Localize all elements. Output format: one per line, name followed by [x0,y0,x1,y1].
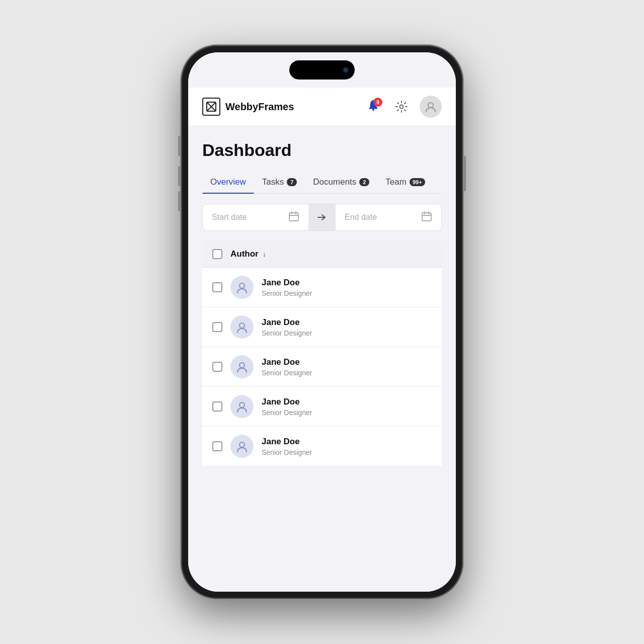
tab-overview-label: Overview [210,177,246,187]
start-date-field[interactable]: Start date [203,204,308,230]
author-table: Author ↓ [202,241,442,466]
front-camera [343,67,349,73]
user-avatar-5 [230,435,254,458]
user-info-1: Jane Doe Senior Designer [262,278,312,297]
table-row[interactable]: Jane Doe Senior Designer [202,427,442,466]
main-content: Dashboard Overview Tasks 7 Documents 2 [188,126,456,466]
user-role-3: Senior Designer [262,369,312,377]
user-info-2: Jane Doe Senior Designer [262,317,312,337]
date-range-separator [308,204,336,230]
logo: WebbyFrames [202,98,294,116]
row-checkbox-4[interactable] [212,401,222,412]
user-avatar-4 [230,395,254,418]
user-name-4: Jane Doe [262,397,312,407]
row-checkbox-3[interactable] [212,362,222,372]
user-info-4: Jane Doe Senior Designer [262,397,312,417]
tab-team-badge: 99+ [410,178,425,186]
tab-documents-badge: 2 [359,178,369,186]
svg-rect-6 [289,213,298,221]
screen-content: WebbyFrames 9 [188,52,456,592]
notification-badge: 9 [373,98,382,107]
user-role-5: Senior Designer [262,448,312,456]
sort-desc-icon: ↓ [263,250,266,258]
svg-point-19 [239,442,245,447]
start-date-placeholder: Start date [212,213,247,222]
user-info-5: Jane Doe Senior Designer [262,437,312,456]
tab-tasks-label: Tasks [262,177,284,187]
date-range-picker: Start date [202,204,442,231]
user-role-2: Senior Designer [262,329,312,337]
svg-point-16 [239,323,245,328]
select-all-checkbox[interactable] [212,249,222,259]
svg-point-4 [400,105,404,109]
page-title: Dashboard [202,140,442,160]
settings-button[interactable] [391,97,412,117]
tab-documents-label: Documents [313,177,356,187]
end-date-field[interactable]: End date [336,204,441,230]
dynamic-island [289,60,355,79]
user-avatar-button[interactable] [420,96,442,118]
start-calendar-icon [288,211,299,224]
table-row[interactable]: Jane Doe Senior Designer [202,387,442,427]
tab-team[interactable]: Team 99+ [377,172,433,193]
svg-point-5 [428,103,433,108]
svg-point-17 [239,363,245,368]
logo-text: WebbyFrames [225,101,294,113]
svg-point-18 [239,403,245,408]
user-role-1: Senior Designer [262,289,312,297]
user-avatar-1 [230,276,254,299]
user-avatar-2 [230,315,254,339]
svg-rect-11 [422,213,431,221]
app-header: WebbyFrames 9 [188,88,456,126]
row-checkbox-5[interactable] [212,441,222,451]
phone-screen: WebbyFrames 9 [188,52,456,592]
user-info-3: Jane Doe Senior Designer [262,357,312,377]
tabs-container: Overview Tasks 7 Documents 2 Team 99+ [202,172,442,194]
user-name-2: Jane Doe [262,317,312,328]
tab-overview[interactable]: Overview [202,172,254,193]
end-calendar-icon [421,211,432,224]
user-avatar-3 [230,355,254,378]
user-name-1: Jane Doe [262,278,312,288]
notification-button[interactable]: 9 [363,97,383,117]
user-name-5: Jane Doe [262,437,312,447]
user-name-3: Jane Doe [262,357,312,367]
user-role-4: Senior Designer [262,409,312,417]
author-column-header[interactable]: Author ↓ [230,249,266,259]
logo-icon [202,98,220,116]
author-column-label: Author [230,249,259,259]
header-actions: 9 [363,96,442,118]
tab-documents[interactable]: Documents 2 [305,172,377,193]
table-row[interactable]: Jane Doe Senior Designer [202,268,442,307]
tab-tasks[interactable]: Tasks 7 [254,172,305,193]
table-header-row: Author ↓ [202,241,442,268]
tab-tasks-badge: 7 [287,178,297,186]
table-row[interactable]: Jane Doe Senior Designer [202,347,442,387]
svg-point-3 [372,109,374,111]
row-checkbox-1[interactable] [212,282,222,292]
row-checkbox-2[interactable] [212,322,222,332]
svg-point-15 [239,283,245,288]
tab-team-label: Team [385,177,407,187]
table-row[interactable]: Jane Doe Senior Designer [202,307,442,347]
end-date-placeholder: End date [345,213,377,222]
phone-frame: WebbyFrames 9 [181,45,463,599]
